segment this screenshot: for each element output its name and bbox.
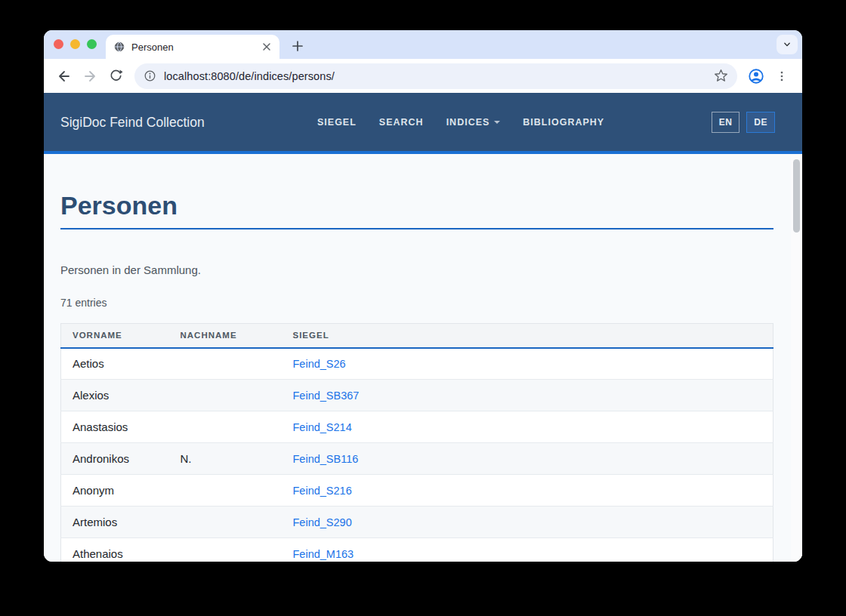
nachname-cell: N.: [169, 443, 282, 475]
table-header-row: VORNAME NACHNAME SIEGEL: [61, 324, 773, 348]
table-row: AetiosFeind_S26: [61, 348, 773, 380]
vorname-cell: Athenaios: [61, 538, 169, 562]
siegel-cell: Feind_M163: [282, 538, 773, 562]
back-button[interactable]: [54, 66, 75, 87]
page-scrollbar[interactable]: [791, 156, 802, 562]
globe-favicon-icon: [113, 41, 125, 53]
browser-menu-button[interactable]: [771, 66, 792, 87]
column-header-siegel: SIEGEL: [282, 324, 773, 348]
tab-close-icon[interactable]: [261, 42, 272, 52]
profile-button[interactable]: [746, 66, 767, 87]
close-window-button[interactable]: [54, 39, 63, 49]
desktop-background: { "browser": { "tab_title": "Personen", …: [0, 0, 846, 616]
url-text[interactable]: localhost:8080/de/indices/persons/: [164, 70, 714, 82]
nachname-cell: [169, 475, 282, 507]
siegel-link[interactable]: Feind_S216: [293, 485, 352, 497]
nav-item-siegel[interactable]: SIEGEL: [317, 117, 357, 128]
vorname-cell: Artemios: [61, 507, 169, 538]
vorname-cell: Anastasios: [61, 411, 169, 443]
column-header-nachname: NACHNAME: [169, 324, 282, 348]
siegel-cell: Feind_S216: [282, 475, 773, 507]
table-row: AlexiosFeind_SB367: [61, 380, 773, 411]
nav-item-search[interactable]: SEARCH: [379, 117, 424, 128]
siegel-link[interactable]: Feind_SB367: [293, 390, 360, 402]
siegel-link[interactable]: Feind_S290: [293, 516, 352, 528]
siegel-cell: Feind_S290: [282, 507, 773, 538]
menu-dots-icon: [775, 69, 789, 83]
language-switcher: EN DE: [712, 112, 775, 133]
chevron-down-icon: [782, 39, 792, 50]
table-row: AthenaiosFeind_M163: [61, 538, 773, 562]
title-divider: [60, 228, 773, 229]
table-row: AnonymFeind_S216: [61, 475, 773, 507]
reload-icon: [109, 69, 123, 83]
minimize-window-button[interactable]: [70, 39, 80, 49]
reload-button[interactable]: [105, 66, 126, 87]
profile-icon: [747, 67, 765, 85]
main-navigation: SIEGEL SEARCH INDICES BIBLIOGRAPHY: [317, 117, 604, 128]
site-header: SigiDoc Feind Collection SIEGEL SEARCH I…: [44, 93, 802, 154]
zoom-window-button[interactable]: [87, 39, 97, 49]
siegel-link[interactable]: Feind_M163: [293, 548, 354, 560]
language-button-de[interactable]: DE: [746, 112, 775, 133]
site-brand[interactable]: SigiDoc Feind Collection: [60, 114, 205, 130]
nachname-cell: [169, 507, 282, 538]
forward-icon: [82, 69, 97, 84]
page-viewport: SigiDoc Feind Collection SIEGEL SEARCH I…: [44, 93, 802, 562]
vorname-cell: Andronikos: [61, 443, 169, 475]
siegel-link[interactable]: Feind_S214: [293, 421, 352, 433]
nachname-cell: [169, 380, 282, 411]
bookmark-star-icon[interactable]: [714, 69, 728, 83]
nachname-cell: [169, 348, 282, 380]
browser-toolbar: localhost:8080/de/indices/persons/: [44, 59, 802, 93]
vorname-cell: Aetios: [61, 348, 169, 380]
table-row: ArtemiosFeind_S290: [61, 507, 773, 538]
siegel-cell: Feind_SB367: [282, 380, 773, 411]
siegel-cell: Feind_SB116: [282, 443, 773, 475]
persons-table: VORNAME NACHNAME SIEGEL AetiosFeind_S26A…: [60, 323, 773, 562]
page-description: Personen in der Sammlung.: [60, 263, 773, 276]
forward-button[interactable]: [79, 66, 100, 87]
siegel-cell: Feind_S26: [282, 348, 773, 380]
table-row: AndronikosN.Feind_SB116: [61, 443, 773, 475]
vorname-cell: Anonym: [61, 475, 169, 507]
siegel-cell: Feind_S214: [282, 411, 773, 443]
nachname-cell: [169, 538, 282, 562]
main-content: Personen Personen in der Sammlung. 71 en…: [44, 192, 802, 562]
tab-search-button[interactable]: [777, 35, 798, 54]
window-controls: [54, 39, 97, 49]
tab-title: Personen: [131, 42, 261, 53]
table-row: AnastasiosFeind_S214: [61, 411, 773, 443]
scrollbar-thumb[interactable]: [793, 159, 800, 233]
info-icon[interactable]: [144, 69, 156, 82]
page-title: Personen: [60, 192, 773, 219]
new-tab-button[interactable]: [287, 35, 308, 57]
table-body: AetiosFeind_S26AlexiosFeind_SB367Anastas…: [61, 348, 773, 562]
dropdown-caret-icon: [494, 121, 500, 124]
column-header-vorname: VORNAME: [61, 324, 169, 348]
vorname-cell: Alexios: [61, 380, 169, 411]
nav-item-indices[interactable]: INDICES: [446, 117, 501, 128]
browser-tab[interactable]: Personen: [106, 35, 279, 59]
tab-strip: Personen: [44, 30, 802, 59]
back-icon: [57, 69, 72, 84]
nav-item-bibliography[interactable]: BIBLIOGRAPHY: [523, 117, 604, 128]
siegel-link[interactable]: Feind_S26: [293, 358, 346, 370]
entries-count: 71 entries: [60, 297, 773, 309]
nachname-cell: [169, 411, 282, 443]
address-bar[interactable]: localhost:8080/de/indices/persons/: [134, 63, 737, 89]
language-button-en[interactable]: EN: [712, 112, 740, 133]
browser-window: Personen: [44, 30, 802, 562]
siegel-link[interactable]: Feind_SB116: [293, 453, 359, 465]
